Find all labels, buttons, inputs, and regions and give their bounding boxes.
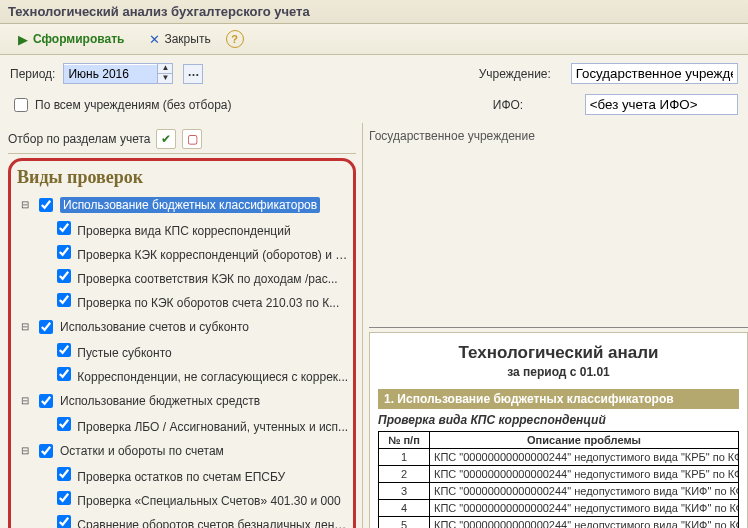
report-band-1: 1. Использование бюджетных классификатор… — [378, 389, 739, 409]
tree-item-label: Проверка «Специальных Счетов» 401.30 и 0… — [77, 494, 340, 508]
period-picker-button[interactable]: … — [183, 64, 203, 84]
play-icon: ▶ — [17, 33, 29, 46]
breadcrumb: Государственное учреждение — [369, 127, 748, 328]
report-title: Технологический анали — [378, 343, 739, 363]
ifo-label: ИФО: — [493, 98, 575, 112]
table-row[interactable]: 5КПС "00000000000000244" недопустимого в… — [379, 516, 739, 528]
tree-item-checkbox[interactable] — [57, 269, 71, 283]
help-icon[interactable]: ? — [226, 30, 244, 48]
cell-num: 1 — [379, 448, 430, 465]
tree-item-label: Проверка остатков по счетам ЕПСБУ — [77, 470, 285, 484]
collapse-icon[interactable]: ⊟ — [19, 395, 31, 407]
uncheck-all-icon[interactable]: ▢ — [182, 129, 202, 149]
tree-item-label: Проверка вида КПС корреспонденций — [77, 224, 290, 238]
tree-item-checkbox[interactable] — [57, 245, 71, 259]
tree-group-label[interactable]: Использование счетов и субконто — [60, 320, 249, 334]
tree-item-checkbox[interactable] — [57, 293, 71, 307]
left-panel: Отбор по разделам учета ✔ ▢ Виды проверо… — [0, 123, 363, 528]
close-icon: ✕ — [148, 33, 160, 46]
tree-group[interactable]: ⊟Использование бюджетных классификаторов — [17, 194, 349, 216]
cell-num: 5 — [379, 516, 430, 528]
cell-desc: КПС "00000000000000244" недопустимого ви… — [430, 516, 739, 528]
period-input-wrap: ▲ ▼ — [63, 63, 173, 84]
tree-item[interactable]: Проверка соответствия КЭК по доходам /ра… — [51, 264, 349, 288]
sections-label: Отбор по разделам учета — [8, 132, 150, 146]
table-row[interactable]: 1КПС "00000000000000244" недопустимого в… — [379, 448, 739, 465]
period-spinner: ▲ ▼ — [157, 64, 172, 83]
all-institutions-checkbox-wrap: По всем учреждениям (без отбора) — [10, 95, 232, 115]
tree-item-label: Проверка по КЭК оборотов счета 210.03 по… — [77, 296, 339, 310]
tree-group[interactable]: ⊟Использование бюджетных средств — [17, 390, 349, 412]
tree-group-checkbox[interactable] — [39, 320, 53, 334]
tree-item[interactable]: Пустые субконто — [51, 338, 349, 362]
check-all-icon[interactable]: ✔ — [156, 129, 176, 149]
tree-group-label[interactable]: Использование бюджетных средств — [60, 394, 260, 408]
period-label: Период: — [10, 67, 55, 81]
tree-group-checkbox[interactable] — [39, 394, 53, 408]
right-panel: Государственное учреждение Технологическ… — [363, 123, 748, 528]
checks-tree: ⊟Использование бюджетных классификаторов… — [15, 192, 349, 528]
tree-item[interactable]: Проверка КЭК корреспонденций (оборотов) … — [51, 240, 349, 264]
checks-tree-title: Виды проверок — [17, 167, 349, 188]
report-document: Технологический анали за период с 01.01 … — [369, 332, 748, 529]
tree-item-label: Корреспонденции, не согласующиеся с корр… — [77, 370, 348, 384]
table-row[interactable]: 2КПС "00000000000000244" недопустимого в… — [379, 465, 739, 482]
collapse-icon[interactable]: ⊟ — [19, 445, 31, 457]
cell-num: 4 — [379, 499, 430, 516]
report-table-1: № п/п Описание проблемы 1КПС "0000000000… — [378, 431, 739, 529]
tree-item-checkbox[interactable] — [57, 417, 71, 431]
report-subtitle: за период с 01.01 — [378, 365, 739, 379]
tree-item-label: Проверка КЭК корреспонденций (оборотов) … — [77, 248, 349, 262]
tree-item-checkbox[interactable] — [57, 221, 71, 235]
tree-group-checkbox[interactable] — [39, 444, 53, 458]
tree-item[interactable]: Корреспонденции, не согласующиеся с корр… — [51, 362, 349, 386]
col-desc-header: Описание проблемы — [430, 431, 739, 448]
tree-group[interactable]: ⊟Использование счетов и субконто — [17, 316, 349, 338]
tree-group-label[interactable]: Остатки и обороты по счетам — [60, 444, 224, 458]
window-title: Технологический анализ бухгалтерского уч… — [0, 0, 748, 24]
tree-item-label: Проверка соответствия КЭК по доходам /ра… — [77, 272, 337, 286]
form-button[interactable]: ▶ Сформировать — [8, 28, 133, 50]
institution-input[interactable] — [571, 63, 738, 84]
tree-item-checkbox[interactable] — [57, 515, 71, 528]
tree-item-checkbox[interactable] — [57, 343, 71, 357]
tree-item-checkbox[interactable] — [57, 491, 71, 505]
col-num-header: № п/п — [379, 431, 430, 448]
cell-desc: КПС "00000000000000244" недопустимого ви… — [430, 499, 739, 516]
period-input[interactable] — [64, 65, 157, 83]
cell-desc: КПС "00000000000000244" недопустимого ви… — [430, 482, 739, 499]
filter-row-2: По всем учреждениям (без отбора) ИФО: — [0, 92, 748, 123]
spin-down-icon[interactable]: ▼ — [158, 74, 172, 83]
toolbar: ▶ Сформировать ✕ Закрыть ? — [0, 24, 748, 55]
tree-item-checkbox[interactable] — [57, 467, 71, 481]
tree-group[interactable]: ⊟Остатки и обороты по счетам — [17, 440, 349, 462]
table-row[interactable]: 4КПС "00000000000000244" недопустимого в… — [379, 499, 739, 516]
cell-num: 3 — [379, 482, 430, 499]
tree-item[interactable]: Проверка ЛБО / Ассигнований, учтенных и … — [51, 412, 349, 436]
tree-item-label: Пустые субконто — [77, 346, 171, 360]
collapse-icon[interactable]: ⊟ — [19, 321, 31, 333]
close-button-label: Закрыть — [164, 32, 210, 46]
tree-item[interactable]: Проверка остатков по счетам ЕПСБУ — [51, 462, 349, 486]
tree-item[interactable]: Проверка «Специальных Счетов» 401.30 и 0… — [51, 486, 349, 510]
tree-item[interactable]: Сравнение оборотов счетов безналичных де… — [51, 510, 349, 528]
collapse-icon[interactable]: ⊟ — [19, 199, 31, 211]
report-subhead-1: Проверка вида КПС корреспонденций — [378, 413, 739, 427]
cell-desc: КПС "00000000000000244" недопустимого ви… — [430, 448, 739, 465]
filter-row-period: Период: ▲ ▼ … Учреждение: — [0, 55, 748, 92]
tree-item-checkbox[interactable] — [57, 367, 71, 381]
left-panel-header: Отбор по разделам учета ✔ ▢ — [8, 127, 356, 154]
all-institutions-checkbox[interactable] — [14, 98, 28, 112]
tree-group-label[interactable]: Использование бюджетных классификаторов — [60, 197, 320, 213]
tree-item[interactable]: Проверка вида КПС корреспонденций — [51, 216, 349, 240]
close-button[interactable]: ✕ Закрыть — [139, 28, 219, 50]
tree-item[interactable]: Проверка по КЭК оборотов счета 210.03 по… — [51, 288, 349, 312]
tree-item-label: Проверка ЛБО / Ассигнований, учтенных и … — [77, 420, 348, 434]
ifo-input[interactable] — [585, 94, 738, 115]
table-row[interactable]: 3КПС "00000000000000244" недопустимого в… — [379, 482, 739, 499]
checks-tree-outline: Виды проверок ⊟Использование бюджетных к… — [8, 158, 356, 528]
form-button-label: Сформировать — [33, 32, 124, 46]
tree-item-label: Сравнение оборотов счетов безналичных де… — [77, 518, 349, 528]
tree-group-checkbox[interactable] — [39, 198, 53, 212]
cell-desc: КПС "00000000000000244" недопустимого ви… — [430, 465, 739, 482]
